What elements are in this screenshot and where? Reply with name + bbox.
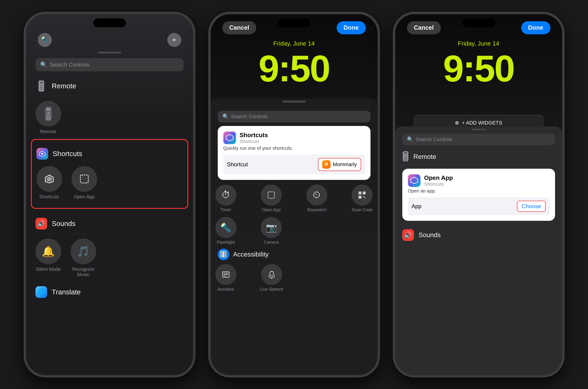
shortcuts-highlighted-section: Shortcuts Shortcuts bbox=[31, 139, 188, 209]
app-field: App bbox=[412, 203, 513, 210]
phone3-drag-handle bbox=[472, 129, 486, 130]
shortcuts-controls-grid: Shortcuts Open App bbox=[36, 162, 183, 204]
remote-control-item: Remote bbox=[35, 101, 61, 134]
phone1-screen: 🔦 + 🔍 Search Controls bbox=[26, 14, 193, 375]
accessibility-section: ℹ️ Accessibility bbox=[211, 245, 377, 264]
svg-rect-36 bbox=[404, 152, 407, 154]
choose-label: Choose bbox=[522, 203, 541, 209]
shazam-icon: 🎵 bbox=[77, 245, 90, 258]
phone-1: 🔦 + 🔍 Search Controls bbox=[24, 12, 195, 377]
plus-icon: + bbox=[172, 36, 176, 44]
svg-point-15 bbox=[41, 153, 43, 155]
search-bar-3[interactable]: 🔍 Search Controls bbox=[402, 134, 555, 145]
cancel-button-2[interactable]: Cancel bbox=[222, 21, 256, 34]
scan-code-label: Scan Code bbox=[352, 207, 372, 212]
spacer-4 bbox=[352, 264, 373, 292]
open-app-row: App Choose bbox=[408, 197, 550, 215]
svg-rect-6 bbox=[42, 89, 42, 90]
assistive-circle bbox=[216, 264, 236, 285]
dynamic-island-3 bbox=[462, 18, 495, 27]
phone3-bottom-sheet: 🔍 Search Controls Remote bbox=[395, 126, 562, 375]
drag-handle bbox=[98, 52, 121, 54]
spacer-1 bbox=[306, 217, 327, 245]
phone-3: Cancel Done Friday, June 14 9:50 ⊕ + ADD… bbox=[393, 12, 564, 377]
add-widgets-icon: ⊕ bbox=[455, 120, 459, 126]
stopwatch-strip-item: ⏲ Stopwatch bbox=[306, 185, 327, 212]
choose-button[interactable]: Choose bbox=[517, 201, 546, 212]
shortcuts-control-item: Shortcuts bbox=[36, 166, 62, 199]
phone3-sounds-section: 🔊 Sounds bbox=[395, 226, 562, 245]
done-button-3[interactable]: Done bbox=[521, 21, 550, 34]
svg-rect-42 bbox=[408, 174, 421, 187]
stopwatch-circle: ⏲ bbox=[306, 185, 327, 206]
svg-rect-40 bbox=[404, 160, 405, 161]
svg-rect-1 bbox=[40, 82, 43, 84]
bottom-controls-strip: ⏱ Timer Open App ⏲ Stopwatch bbox=[211, 185, 377, 212]
shortcuts-circle bbox=[36, 166, 62, 192]
phone2-screen: Cancel Done Friday, June 14 9:50 🔍 Searc… bbox=[211, 14, 377, 375]
svg-marker-17 bbox=[47, 176, 52, 182]
svg-point-33 bbox=[270, 271, 274, 276]
svg-rect-19 bbox=[223, 131, 236, 144]
search-icon-2: 🔍 bbox=[222, 114, 229, 120]
speaker-icon: 🔊 bbox=[37, 220, 45, 227]
shortcut-field: Shortcut bbox=[227, 161, 314, 168]
flashlight-label: Flashlight bbox=[217, 240, 235, 245]
search-icon: 🔍 bbox=[40, 62, 47, 68]
sheet-drag-handle-2 bbox=[282, 101, 306, 102]
svg-rect-39 bbox=[406, 158, 407, 159]
lock-date-3: Friday, June 14 bbox=[395, 40, 562, 47]
open-app-circle bbox=[71, 166, 97, 192]
add-control-button[interactable]: + bbox=[167, 33, 181, 47]
mommarly-icon-symbol: M bbox=[324, 162, 328, 167]
mommarly-button[interactable]: M Mommarly bbox=[318, 158, 361, 171]
phone3-screen: Cancel Done Friday, June 14 9:50 ⊕ + ADD… bbox=[395, 14, 562, 375]
sounds-header: 🔊 Sounds bbox=[35, 214, 184, 234]
sounds-controls-grid: 🔔 Silent Mode 🎵 Recognize Music bbox=[35, 234, 184, 282]
live-speech-circle bbox=[261, 264, 282, 285]
svg-rect-26 bbox=[364, 192, 365, 194]
done-button-2[interactable]: Done bbox=[337, 21, 366, 34]
recognize-music-circle: 🎵 bbox=[70, 239, 96, 264]
shortcuts-card-icon bbox=[223, 131, 236, 144]
translate-label: Translate bbox=[52, 288, 81, 296]
live-speech-label: Live Speech bbox=[260, 287, 283, 292]
remote-item-label: Remote bbox=[40, 129, 56, 134]
svg-line-28 bbox=[363, 196, 365, 198]
open-app-card: Open App Shortcuts Open an app. App Choo… bbox=[402, 169, 555, 221]
open-app-control-item: Open App bbox=[71, 166, 97, 199]
phone3-sounds-label: Sounds bbox=[419, 231, 441, 239]
search-bar-1[interactable]: 🔍 Search Controls bbox=[35, 58, 184, 71]
scan-code-circle bbox=[352, 185, 372, 206]
assistive-strip-item: Assistive bbox=[216, 264, 236, 292]
accessibility-label: Accessibility bbox=[233, 251, 269, 258]
phone3-remote-icon bbox=[402, 151, 409, 162]
accessibility-icon: ℹ️ bbox=[218, 249, 229, 260]
flashlight-circle: 🔦 bbox=[216, 217, 236, 238]
cancel-button-3[interactable]: Cancel bbox=[407, 21, 441, 34]
search-bar-2[interactable]: 🔍 Search Controls bbox=[218, 111, 371, 122]
shortcuts-card-row: Shortcut M Mommarly bbox=[223, 155, 365, 174]
svg-point-9 bbox=[47, 112, 50, 114]
spacer-3 bbox=[307, 264, 328, 292]
sounds-label: Sounds bbox=[52, 220, 76, 227]
stopwatch-label: Stopwatch bbox=[307, 207, 327, 212]
live-speech-strip-item: Live Speech bbox=[260, 264, 283, 292]
svg-rect-13 bbox=[49, 118, 50, 120]
svg-rect-3 bbox=[40, 87, 41, 88]
remote-controls-grid: Remote bbox=[35, 96, 184, 139]
recognize-music-label: Recognize Music bbox=[70, 267, 96, 277]
phone-2: Cancel Done Friday, June 14 9:50 🔍 Searc… bbox=[209, 12, 379, 377]
shortcuts-card-subtitle: Shortcuts bbox=[240, 139, 268, 144]
remove-button[interactable]: 🔦 bbox=[38, 33, 52, 47]
svg-rect-8 bbox=[46, 108, 50, 110]
translate-icon: 🌐 bbox=[35, 286, 47, 298]
open-app-strip-label: Open App bbox=[262, 207, 280, 212]
assistive-label: Assistive bbox=[217, 287, 234, 292]
timer-strip-item: ⏱ Timer bbox=[216, 185, 236, 212]
assistive-strip: Assistive Live Speech bbox=[211, 264, 377, 292]
lock-time-2: 9:50 bbox=[211, 47, 377, 90]
cancel-label-2: Cancel bbox=[229, 24, 249, 31]
svg-rect-41 bbox=[406, 160, 407, 161]
add-widgets-label: + ADD WIDGETS bbox=[462, 120, 502, 126]
